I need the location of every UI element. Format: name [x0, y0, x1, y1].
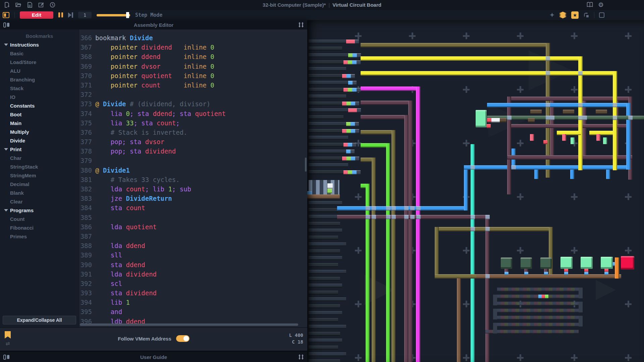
- favorites-star-icon[interactable]: ★: [571, 11, 579, 19]
- sim-speed-slider[interactable]: [97, 12, 130, 18]
- code-line[interactable]: 391 lda dividend: [79, 269, 307, 279]
- bookmark-item-count[interactable]: Count: [0, 215, 79, 223]
- rename-icon[interactable]: [38, 2, 44, 8]
- bookmark-item-clear[interactable]: Clear: [0, 197, 79, 206]
- code-line[interactable]: 372: [79, 90, 307, 99]
- slat-chip: [343, 170, 348, 174]
- bookmark-item-boot[interactable]: Boot: [0, 110, 79, 119]
- code-line[interactable]: 387: [79, 232, 307, 241]
- code-line[interactable]: 370 pointer quotient inline 0: [79, 71, 307, 80]
- code-line[interactable]: 380@ Divide1: [79, 166, 307, 175]
- follow-vmem-toggle[interactable]: [176, 335, 190, 342]
- slat-chip: [348, 108, 353, 112]
- memory-slat: [309, 332, 340, 336]
- bookmark-item-label: Constants: [10, 103, 35, 109]
- bookmark-item-multiply[interactable]: Multiply: [0, 127, 79, 136]
- code-text: jze DivideReturn: [92, 194, 172, 203]
- code-line[interactable]: 379: [79, 156, 307, 165]
- bookmark-item-main[interactable]: Main: [0, 119, 79, 127]
- bookmark-item-blank[interactable]: Blank: [0, 188, 79, 197]
- code-line[interactable]: 394 lib 1: [79, 298, 307, 307]
- bookmark-item-label: Stack: [10, 85, 23, 91]
- chevron-down-icon[interactable]: [4, 44, 8, 46]
- code-line[interactable]: 373@ Divide # (dividend, divisor): [79, 99, 307, 109]
- cycle-count-field[interactable]: 1: [78, 12, 92, 18]
- bookmark-item-constants[interactable]: Constants: [0, 101, 79, 110]
- code-text: pointer quotient inline 0: [92, 71, 214, 80]
- slat-connector: [357, 170, 361, 174]
- horizontal-scrollbar[interactable]: [80, 323, 298, 326]
- code-line[interactable]: 375 lia 33; sta count;: [79, 118, 307, 128]
- bookmark-item-programs[interactable]: Programs: [0, 206, 79, 215]
- memory-slat: [309, 339, 342, 343]
- bookmark-item-stack[interactable]: Stack: [0, 84, 79, 93]
- layers-icon[interactable]: [559, 12, 567, 18]
- code-line[interactable]: 386 lda quotient: [79, 222, 307, 232]
- memory-slat: [309, 136, 348, 140]
- settings-gear-icon[interactable]: ⚙: [598, 2, 604, 8]
- wire-junction-node: [410, 206, 415, 210]
- bookmark-item-stringmem[interactable]: StringMem: [0, 171, 79, 180]
- edit-mode-button[interactable]: Edit: [20, 11, 53, 19]
- slat-chip: [352, 170, 357, 174]
- flip-rotate-icon[interactable]: [583, 12, 589, 18]
- user-guide-header: User Guide: [0, 352, 307, 362]
- bookmark-item-primes[interactable]: Primes: [0, 232, 79, 241]
- bookmark-item-load-store[interactable]: Load/Store: [0, 58, 79, 66]
- history-icon[interactable]: [50, 2, 55, 8]
- code-line[interactable]: 374 lia 0; sta ddend; sta quotient: [79, 109, 307, 118]
- code-editor[interactable]: 366bookmark Divide367 pointer dividend i…: [79, 29, 307, 327]
- bookmark-item-instructions[interactable]: Instructions: [0, 40, 79, 49]
- user-guide-book-icon[interactable]: [587, 2, 593, 7]
- vertical-scrollbar[interactable]: [305, 158, 307, 172]
- serpentine-active-chip: [542, 295, 545, 298]
- code-line[interactable]: 381 # Takes 33 cycles.: [79, 175, 307, 184]
- window-mode-icon[interactable]: [599, 12, 604, 18]
- bookmark-item-branching[interactable]: Branching: [0, 75, 79, 84]
- code-line[interactable]: 392 scl: [79, 279, 307, 288]
- expand-collapse-all-button[interactable]: Expand/Collapse All: [3, 316, 76, 324]
- bookmark-item-decimal[interactable]: Decimal: [0, 180, 79, 188]
- code-line[interactable]: 395 and: [79, 307, 307, 316]
- bookmark-item-stringstack[interactable]: StringStack: [0, 162, 79, 171]
- code-line[interactable]: 378 pop; sta dividend: [79, 146, 307, 156]
- code-line[interactable]: 376 # Stack is inverted.: [79, 128, 307, 137]
- bookmark-item-alu[interactable]: ALU: [0, 66, 79, 75]
- code-line[interactable]: 368 pointer ddend inline 0: [79, 52, 307, 61]
- memory-slat: [309, 88, 343, 92]
- slider-handle[interactable]: [126, 12, 129, 18]
- bookmark-item-char[interactable]: Char: [0, 154, 79, 162]
- selection-tool-icon[interactable]: [3, 12, 9, 18]
- code-line[interactable]: 384 sta count: [79, 203, 307, 213]
- code-line[interactable]: 366bookmark Divide: [79, 33, 307, 43]
- editor-panel: Assembly Editor Bookmarks InstructionsBa…: [0, 20, 307, 362]
- bookmark-item-basic[interactable]: Basic: [0, 49, 79, 58]
- effects-sparkle-icon[interactable]: [550, 13, 554, 17]
- save-icon[interactable]: [27, 2, 33, 8]
- slat-chip: [348, 60, 352, 64]
- code-line[interactable]: 388 lda ddend: [79, 241, 307, 250]
- code-line[interactable]: 367 pointer dividend inline 0: [79, 43, 307, 52]
- bookmark-item-print[interactable]: Print: [0, 145, 79, 154]
- code-line[interactable]: 385: [79, 213, 307, 222]
- slat-chip: [351, 157, 355, 161]
- pause-icon[interactable]: [58, 12, 63, 17]
- code-line[interactable]: 383 jze DivideReturn: [79, 194, 307, 203]
- bookmark-item-divide[interactable]: Divide: [0, 136, 79, 145]
- open-file-icon[interactable]: [15, 2, 21, 8]
- code-line[interactable]: 371 pointer count inline 0: [79, 80, 307, 90]
- chevron-down-icon[interactable]: [4, 209, 8, 212]
- bookmark-item-io[interactable]: IO: [0, 93, 79, 101]
- step-forward-icon[interactable]: [68, 12, 73, 18]
- code-line[interactable]: 393 sta dividend: [79, 288, 307, 298]
- memory-slat: [309, 311, 342, 315]
- code-line[interactable]: 382 lda count; lib 1; sub: [79, 184, 307, 194]
- code-line[interactable]: 390 sta ddend: [79, 260, 307, 269]
- chevron-down-icon[interactable]: [4, 148, 8, 150]
- code-line[interactable]: 377 pop; sta dvsor: [79, 137, 307, 146]
- circuit-canvas[interactable]: [307, 20, 644, 362]
- bookmark-item-fibonacci[interactable]: Fibonacci: [0, 223, 79, 232]
- code-line[interactable]: 389 sll: [79, 250, 307, 260]
- new-file-icon[interactable]: [4, 2, 10, 8]
- code-line[interactable]: 369 pointer dvsor inline 0: [79, 62, 307, 71]
